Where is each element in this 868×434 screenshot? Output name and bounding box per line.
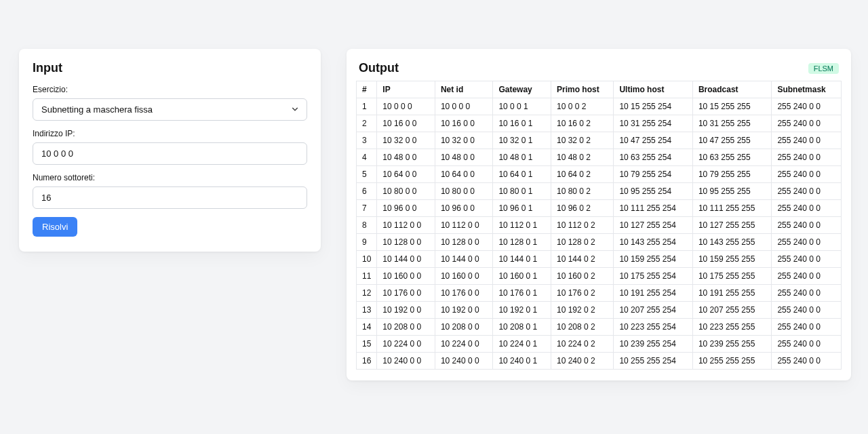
cell-mask: 255 240 0 0 [772,166,842,183]
cell-bc: 10 175 255 255 [692,268,772,285]
table-row: 210 16 0 010 16 0 010 16 0 110 16 0 210 … [357,115,842,132]
col-first-host: Primo host [551,81,613,98]
cell-ip: 10 80 0 0 [377,183,435,200]
cell-netid: 10 32 0 0 [435,132,493,149]
cell-first: 10 224 0 2 [551,336,613,353]
cell-first: 10 176 0 2 [551,285,613,302]
cell-ip: 10 176 0 0 [377,285,435,302]
table-header-row: # IP Net id Gateway Primo host Ultimo ho… [357,81,842,98]
cell-netid: 10 224 0 0 [435,336,493,353]
cell-ip: 10 64 0 0 [377,166,435,183]
cell-last: 10 175 255 254 [614,268,693,285]
exercise-label: Esercizio: [33,85,307,94]
table-row: 1210 176 0 010 176 0 010 176 0 110 176 0… [357,285,842,302]
cell-gw: 10 112 0 1 [493,217,551,234]
cell-mask: 255 240 0 0 [772,285,842,302]
col-broadcast: Broadcast [692,81,772,98]
cell-netid: 10 80 0 0 [435,183,493,200]
table-row: 610 80 0 010 80 0 010 80 0 110 80 0 210 … [357,183,842,200]
subnets-input[interactable] [33,186,307,209]
table-row: 310 32 0 010 32 0 010 32 0 110 32 0 210 … [357,132,842,149]
col-ip: IP [377,81,435,98]
cell-netid: 10 192 0 0 [435,302,493,319]
cell-gw: 10 64 0 1 [493,166,551,183]
cell-last: 10 143 255 254 [614,234,693,251]
cell-first: 10 80 0 2 [551,183,613,200]
cell-netid: 10 240 0 0 [435,353,493,370]
cell-gw: 10 224 0 1 [493,336,551,353]
cell-first: 10 208 0 2 [551,319,613,336]
cell-ip: 10 0 0 0 [377,98,435,115]
table-row: 1310 192 0 010 192 0 010 192 0 110 192 0… [357,302,842,319]
ip-group: Indirizzo IP: [33,129,307,165]
cell-gw: 10 192 0 1 [493,302,551,319]
cell-netid: 10 176 0 0 [435,285,493,302]
table-row: 1410 208 0 010 208 0 010 208 0 110 208 0… [357,319,842,336]
cell-last: 10 47 255 254 [614,132,693,149]
cell-gw: 10 0 0 1 [493,98,551,115]
cell-gw: 10 128 0 1 [493,234,551,251]
cell-bc: 10 207 255 255 [692,302,772,319]
exercise-select[interactable]: Subnetting a maschera fissa [33,98,307,121]
cell-last: 10 239 255 254 [614,336,693,353]
table-row: 410 48 0 010 48 0 010 48 0 110 48 0 210 … [357,149,842,166]
cell-ip: 10 96 0 0 [377,200,435,217]
cell-mask: 255 240 0 0 [772,200,842,217]
table-row: 510 64 0 010 64 0 010 64 0 110 64 0 210 … [357,166,842,183]
cell-gw: 10 48 0 1 [493,149,551,166]
cell-ip: 10 208 0 0 [377,319,435,336]
cell-gw: 10 32 0 1 [493,132,551,149]
table-row: 710 96 0 010 96 0 010 96 0 110 96 0 210 … [357,200,842,217]
cell-first: 10 96 0 2 [551,200,613,217]
cell-first: 10 240 0 2 [551,353,613,370]
cell-gw: 10 208 0 1 [493,319,551,336]
cell-last: 10 79 255 254 [614,166,693,183]
cell-ip: 10 32 0 0 [377,132,435,149]
col-subnetmask: Subnetmask [772,81,842,98]
output-title: Output [359,61,399,75]
col-gateway: Gateway [493,81,551,98]
cell-gw: 10 160 0 1 [493,268,551,285]
cell-last: 10 159 255 254 [614,251,693,268]
cell-mask: 255 240 0 0 [772,132,842,149]
cell-bc: 10 15 255 255 [692,98,772,115]
cell-first: 10 112 0 2 [551,217,613,234]
cell-first: 10 64 0 2 [551,166,613,183]
cell-first: 10 0 0 2 [551,98,613,115]
table-row: 1610 240 0 010 240 0 010 240 0 110 240 0… [357,353,842,370]
cell-first: 10 192 0 2 [551,302,613,319]
cell-n: 4 [357,149,377,166]
cell-n: 1 [357,98,377,115]
cell-first: 10 160 0 2 [551,268,613,285]
cell-n: 12 [357,285,377,302]
col-netid: Net id [435,81,493,98]
subnets-group: Numero sottoreti: [33,173,307,209]
cell-bc: 10 191 255 255 [692,285,772,302]
cell-netid: 10 16 0 0 [435,115,493,132]
input-card: Input Esercizio: Subnetting a maschera f… [19,49,321,252]
cell-gw: 10 96 0 1 [493,200,551,217]
cell-ip: 10 192 0 0 [377,302,435,319]
cell-ip: 10 16 0 0 [377,115,435,132]
cell-last: 10 95 255 254 [614,183,693,200]
cell-netid: 10 112 0 0 [435,217,493,234]
cell-last: 10 191 255 254 [614,285,693,302]
cell-n: 9 [357,234,377,251]
col-last-host: Ultimo host [614,81,693,98]
cell-last: 10 15 255 254 [614,98,693,115]
cell-ip: 10 144 0 0 [377,251,435,268]
cell-bc: 10 159 255 255 [692,251,772,268]
cell-netid: 10 48 0 0 [435,149,493,166]
cell-bc: 10 255 255 255 [692,353,772,370]
table-row: 1510 224 0 010 224 0 010 224 0 110 224 0… [357,336,842,353]
cell-n: 13 [357,302,377,319]
cell-last: 10 111 255 254 [614,200,693,217]
solve-button[interactable]: Risolvi [33,217,77,237]
cell-mask: 255 240 0 0 [772,183,842,200]
cell-first: 10 32 0 2 [551,132,613,149]
cell-mask: 255 240 0 0 [772,353,842,370]
ip-input[interactable] [33,142,307,165]
cell-bc: 10 63 255 255 [692,149,772,166]
cell-ip: 10 160 0 0 [377,268,435,285]
cell-gw: 10 176 0 1 [493,285,551,302]
